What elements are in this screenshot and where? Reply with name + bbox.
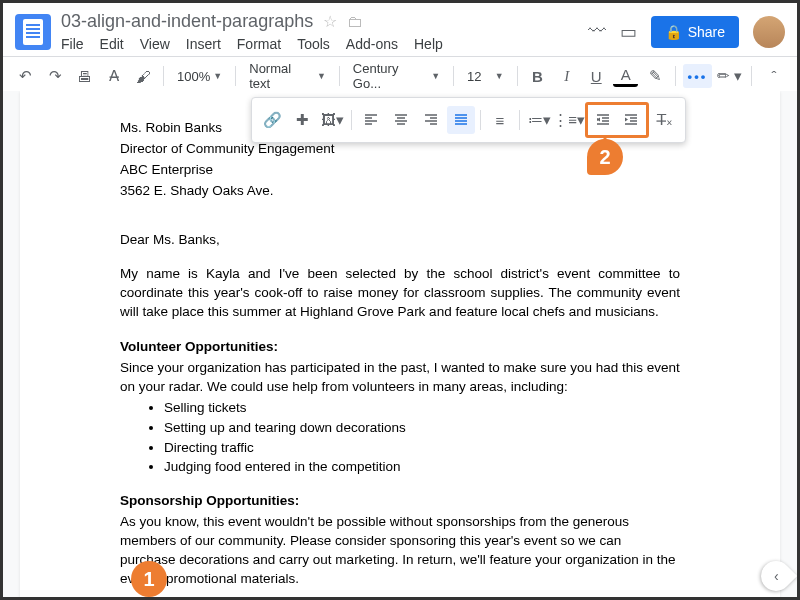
menu-insert[interactable]: Insert <box>186 36 221 52</box>
insert-link-button[interactable]: 🔗 <box>258 106 286 134</box>
bold-button[interactable]: B <box>525 63 550 89</box>
folder-icon[interactable]: 🗀 <box>347 13 363 31</box>
menu-edit[interactable]: Edit <box>100 36 124 52</box>
line-spacing-button[interactable]: ≡ <box>486 106 514 134</box>
insert-comment-button[interactable]: ✚ <box>288 106 316 134</box>
page[interactable]: Ms. Robin Banks Director of Community En… <box>20 91 780 597</box>
list-item[interactable]: Setting up and tearing down decorations <box>164 419 680 438</box>
align-left-button[interactable] <box>357 106 385 134</box>
trend-icon[interactable]: 〰 <box>588 21 606 42</box>
avatar[interactable] <box>753 16 785 48</box>
underline-button[interactable]: U <box>584 63 609 89</box>
menu-file[interactable]: File <box>61 36 84 52</box>
collapse-toolbar-button[interactable]: ˆ <box>761 63 787 89</box>
text-color-button[interactable]: A <box>613 65 638 87</box>
list-item[interactable]: Selling tickets <box>164 399 680 418</box>
share-label: Share <box>688 24 725 40</box>
insert-image-button[interactable]: 🖼▾ <box>318 106 346 134</box>
edit-mode-button[interactable]: ✏ ▾ <box>716 63 742 89</box>
overflow-toolbar: 🔗 ✚ 🖼▾ ≡ ≔▾ ⋮≡▾ T̶ₓ <box>251 97 686 143</box>
callout-1: 1 <box>131 561 167 597</box>
redo-button[interactable]: ↷ <box>42 63 67 89</box>
lock-icon: 🔒 <box>665 24 682 40</box>
paint-format-button[interactable]: 🖌 <box>131 63 156 89</box>
intro-paragraph[interactable]: My name is Kayla and I've been selected … <box>120 265 680 322</box>
highlight-button[interactable]: ✎ <box>642 63 667 89</box>
italic-button[interactable]: I <box>554 63 579 89</box>
clear-formatting-button[interactable]: T̶ₓ <box>651 106 679 134</box>
share-button[interactable]: 🔒 Share <box>651 16 739 48</box>
sponsorship-heading[interactable]: Sponsorship Opportunities: <box>120 492 680 511</box>
menu-view[interactable]: View <box>140 36 170 52</box>
font-select[interactable]: Century Go...▼ <box>347 58 446 94</box>
font-size-select[interactable]: 12 ▼ <box>461 66 510 87</box>
align-justify-button[interactable] <box>447 106 475 134</box>
star-icon[interactable]: ☆ <box>323 12 337 31</box>
sponsorship-text[interactable]: As you know, this event wouldn't be poss… <box>120 513 680 589</box>
volunteer-text[interactable]: Since your organization has participated… <box>120 359 680 397</box>
print-button[interactable]: 🖶 <box>72 63 97 89</box>
title-bar: 03-align-and-indent-paragraphs ☆ 🗀 File … <box>3 3 797 56</box>
greeting[interactable]: Dear Ms. Banks, <box>120 231 680 250</box>
align-right-button[interactable] <box>417 106 445 134</box>
docs-logo[interactable] <box>15 14 51 50</box>
address-line[interactable]: 3562 E. Shady Oaks Ave. <box>120 182 680 201</box>
list-item[interactable]: Directing traffic <box>164 439 680 458</box>
document-area: Ms. Robin Banks Director of Community En… <box>3 91 797 597</box>
document-title[interactable]: 03-align-and-indent-paragraphs <box>61 11 313 32</box>
zoom-select[interactable]: 100%▼ <box>171 66 228 87</box>
comments-icon[interactable]: ▭ <box>620 21 637 43</box>
more-toolbar-button[interactable]: ••• <box>683 64 712 88</box>
bulleted-list-button[interactable]: ⋮≡▾ <box>555 106 583 134</box>
volunteer-heading[interactable]: Volunteer Opportunities: <box>120 338 680 357</box>
spellcheck-button[interactable]: A̶ <box>101 63 126 89</box>
align-center-button[interactable] <box>387 106 415 134</box>
volunteer-list[interactable]: Selling tickets Setting up and tearing d… <box>164 399 680 478</box>
primary-toolbar: ↶ ↷ 🖶 A̶ 🖌 100%▼ Normal text▼ Century Go… <box>3 56 797 96</box>
menu-addons[interactable]: Add-ons <box>346 36 398 52</box>
menu-bar: File Edit View Insert Format Tools Add-o… <box>61 36 588 52</box>
increase-indent-button[interactable] <box>617 106 645 134</box>
callout-2: 2 <box>587 139 623 175</box>
indent-group-highlight <box>585 102 649 138</box>
undo-button[interactable]: ↶ <box>13 63 38 89</box>
numbered-list-button[interactable]: ≔▾ <box>525 106 553 134</box>
menu-help[interactable]: Help <box>414 36 443 52</box>
menu-format[interactable]: Format <box>237 36 281 52</box>
paragraph-style-select[interactable]: Normal text▼ <box>243 58 332 94</box>
list-item[interactable]: Judging food entered in the competition <box>164 458 680 477</box>
menu-tools[interactable]: Tools <box>297 36 330 52</box>
